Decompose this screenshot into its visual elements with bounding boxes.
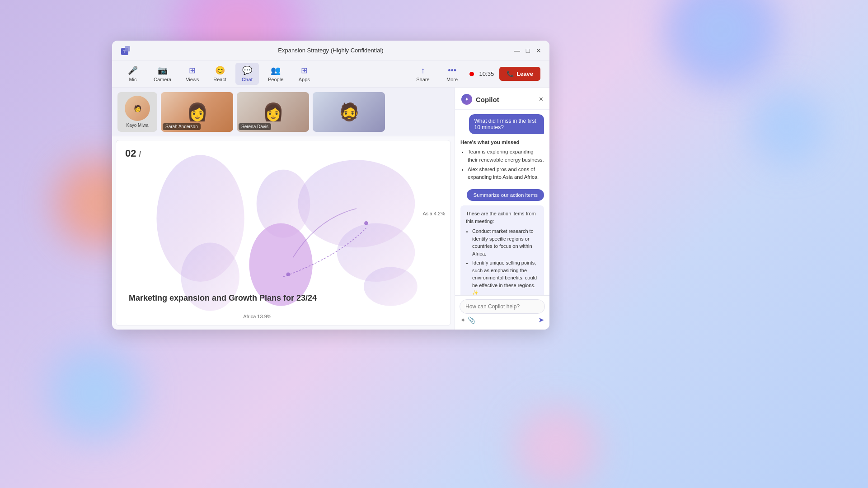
share-icon: ↑ (421, 66, 425, 75)
input-icons-row: ✦ 📎 ➤ (460, 314, 545, 326)
leave-label: Leave (516, 70, 533, 77)
minimize-button[interactable]: — (513, 47, 521, 54)
apps-label: Apps (299, 77, 310, 82)
main-section: 🧑 Kayo Miwa 👩 Sarah Anderson 👩 S (112, 88, 455, 330)
toolbar-mic[interactable]: 🎤 Mic (121, 63, 145, 85)
presentation-area: 02 / Africa 13.9% Asia 4.2% Marketing ex… (116, 140, 451, 326)
participant-serena: 👩 Serena Davis (237, 92, 309, 132)
chat-icon: 💬 (242, 65, 252, 75)
title-bar: T Expansion Strategy (Highly Confidentia… (112, 41, 549, 60)
svg-point-11 (286, 272, 290, 276)
avatar-kayo: 🧑 (125, 96, 150, 121)
copilot-response-1: Here's what you missed Team is exploring… (460, 139, 544, 183)
participant-sarah: 👩 Sarah Anderson (161, 92, 233, 132)
participant-kayo: 🧑 Kayo Miwa (117, 92, 157, 132)
participant-name-serena: Serena Davis (239, 123, 271, 130)
svg-point-9 (364, 267, 418, 306)
send-button[interactable]: ➤ (538, 316, 544, 324)
participant-name-sarah: Sarah Anderson (163, 123, 201, 130)
toolbar-more[interactable]: ••• More (441, 63, 464, 85)
summarize-action-items-button[interactable]: Summarize our action items (467, 189, 544, 201)
toolbar-share[interactable]: ↑ Share (411, 63, 435, 85)
slide-number: 02 / (125, 148, 141, 159)
close-button[interactable]: ✕ (535, 47, 542, 54)
maximize-button[interactable]: □ (524, 47, 531, 54)
toolbar-chat[interactable]: 💬 Chat (235, 63, 259, 85)
mic-label: Mic (129, 77, 136, 82)
more-label: More (446, 77, 458, 82)
people-label: People (268, 77, 283, 82)
chat-label: Chat (242, 77, 253, 82)
share-label: Share (416, 77, 429, 82)
avatar-initials-kayo: 🧑 (134, 105, 141, 112)
camera-icon: 📷 (158, 65, 168, 75)
action-bullet-2: Identify unique selling points, such as … (472, 259, 539, 295)
copilot-close-button[interactable]: × (539, 95, 543, 103)
svg-point-10 (364, 221, 368, 225)
recording-indicator (469, 72, 474, 76)
copilot-input[interactable] (460, 299, 545, 314)
toolbar-apps[interactable]: ⊞ Apps (292, 63, 316, 85)
participant-name-kayo: Kayo Miwa (127, 123, 149, 128)
toolbar-right: ↑ Share ••• More 10:35 📞 Leave (411, 63, 540, 85)
leave-button[interactable]: 📞 Leave (499, 67, 540, 81)
teams-window: T Expansion Strategy (Highly Confidentia… (112, 41, 549, 330)
apps-icon: ⊞ (301, 65, 308, 75)
copilot-icon: ✦ (461, 94, 472, 105)
response-intro: Here's what you missed (460, 139, 520, 145)
action-bullet-1: Conduct market research to identify spec… (472, 228, 539, 257)
window-title: Expansion Strategy (Highly Confidential) (278, 47, 383, 54)
slide-number-text: 02 (125, 148, 136, 159)
user-message-bubble: What did I miss in the first 10 minutes? (469, 114, 544, 134)
call-time: 10:35 (479, 70, 494, 77)
response-bullets: Team is exploring expanding their renewa… (460, 148, 544, 181)
toolbar-people[interactable]: 👥 People (263, 63, 289, 85)
africa-label: Africa 13.9% (243, 314, 271, 319)
teams-logo-icon: T (120, 44, 133, 57)
copilot-header: ✦ Copilot × (455, 88, 549, 110)
mic-icon: 🎤 (128, 65, 138, 75)
views-label: Views (186, 77, 199, 82)
video-strip: 🧑 Kayo Miwa 👩 Sarah Anderson 👩 S (112, 88, 455, 136)
copilot-panel: ✦ Copilot × What did I miss in the first… (455, 88, 549, 330)
people-icon: 👥 (271, 65, 281, 75)
asia-label: Asia 4.2% (422, 211, 445, 216)
copilot-input-area: ✦ 📎 ➤ (455, 295, 549, 330)
input-wrapper: ✦ 📎 ➤ (460, 299, 545, 326)
svg-text:T: T (123, 50, 126, 54)
bullet-1: Team is exploring expanding their renewa… (468, 148, 544, 164)
action-intro: These are the action items from this mee… (466, 210, 539, 225)
action-items-box: These are the action items from this mee… (460, 205, 544, 295)
teams-logo: T (119, 43, 134, 58)
react-icon: 😊 (215, 65, 225, 75)
copilot-sparkle-icon: ✦ (464, 96, 469, 102)
copilot-messages: What did I miss in the first 10 minutes?… (455, 110, 549, 295)
slide-title: Marketing expansion and Growth Plans for… (129, 293, 317, 304)
react-label: React (213, 77, 226, 82)
attach-button[interactable]: 📎 (468, 316, 475, 324)
magic-wand-button[interactable]: ✦ (460, 316, 466, 324)
participant-4: 🧔 (313, 92, 385, 132)
views-icon: ⊞ (189, 65, 196, 75)
toolbar-camera[interactable]: 📷 Camera (148, 63, 177, 85)
content-area: 🧑 Kayo Miwa 👩 Sarah Anderson 👩 S (112, 88, 549, 330)
toolbar-react[interactable]: 😊 React (208, 63, 232, 85)
toolbar: 🎤 Mic 📷 Camera ⊞ Views 😊 React 💬 Chat 👥 … (112, 60, 549, 88)
camera-label: Camera (154, 77, 171, 82)
toolbar-views[interactable]: ⊞ Views (180, 63, 204, 85)
window-controls: — □ ✕ (513, 47, 542, 54)
bullet-2: Alex shared pros and cons of expanding i… (468, 166, 544, 181)
action-bullets: Conduct market research to identify spec… (466, 228, 539, 295)
more-icon: ••• (448, 66, 456, 75)
copilot-title: Copilot (476, 96, 539, 103)
leave-phone-icon: 📞 (507, 70, 514, 77)
svg-rect-1 (125, 46, 130, 51)
